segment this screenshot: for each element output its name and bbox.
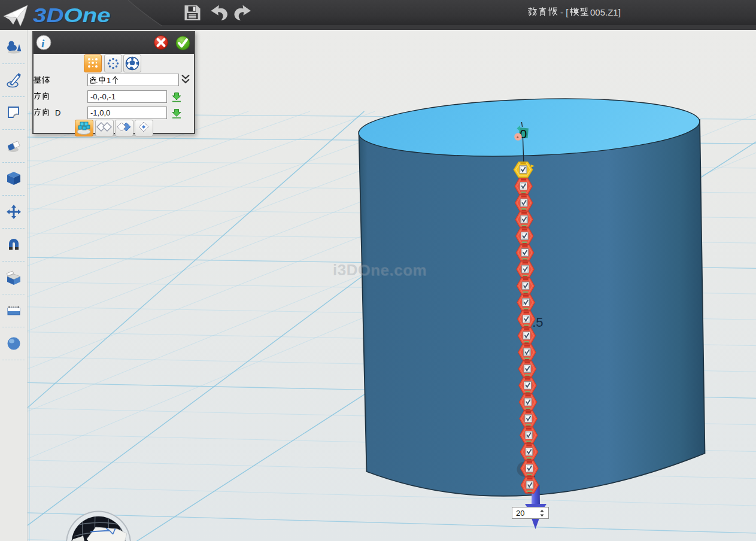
svg-text:i3DOne.com: i3DOne.com bbox=[333, 261, 427, 279]
svg-text:3DOne: 3DOne bbox=[33, 4, 111, 26]
svg-text:i: i bbox=[41, 37, 45, 50]
svg-text:005.Z1]: 005.Z1] bbox=[590, 7, 621, 17]
svg-text:- [: - [ bbox=[560, 7, 569, 17]
svg-text:1: 1 bbox=[107, 76, 111, 85]
svg-text:D: D bbox=[55, 108, 60, 117]
